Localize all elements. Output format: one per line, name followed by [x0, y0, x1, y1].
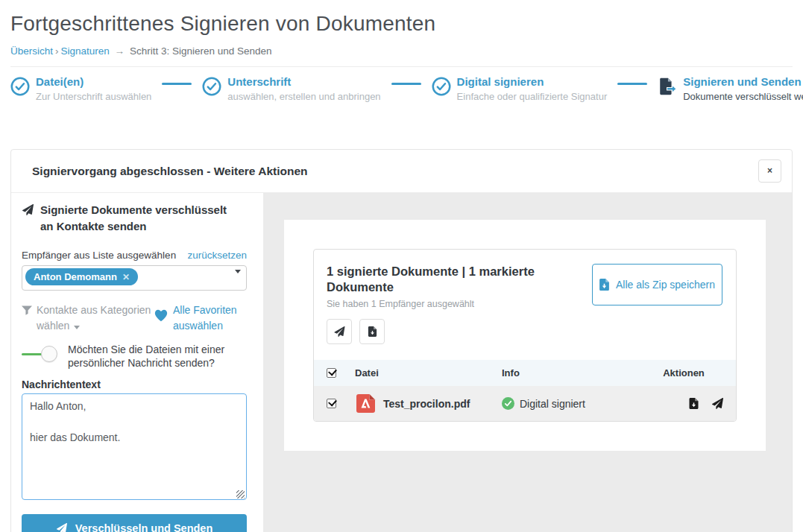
- step-connector: [162, 83, 192, 85]
- message-textarea[interactable]: Hallo Anton, hier das Dokument.: [22, 393, 247, 500]
- panel-header: Signiervorgang abgeschlossen - Weitere A…: [11, 150, 792, 193]
- sidebar-heading-text: Signierte Dokumente verschlüsselt an Kon…: [40, 202, 238, 235]
- column-header-info: Info: [502, 367, 639, 379]
- recipient-label: Empfänger aus Liste ausgewählen: [22, 250, 176, 261]
- remove-tag-icon[interactable]: ✕: [122, 272, 130, 282]
- filter-icon: [22, 305, 32, 315]
- send-file-icon[interactable]: [712, 398, 723, 409]
- bulk-action-buttons: [314, 309, 736, 360]
- check-circle-icon: [202, 77, 221, 96]
- file-name[interactable]: Test_procilon.pdf: [383, 398, 470, 410]
- sidebar-heading: Signierte Dokumente verschlüsselt an Kon…: [22, 202, 238, 235]
- step-sublabel: Dokumente verschlüsselt weiterleiten: [683, 91, 803, 102]
- step-sublabel: Zur Unterschrift auswählen: [36, 91, 151, 102]
- encrypt-and-send-button[interactable]: Verschlüsseln und Senden: [22, 514, 247, 532]
- table-header-row: Datei Info Aktionen: [314, 360, 736, 386]
- step-label: Datei(en): [36, 75, 151, 89]
- step-dateien[interactable]: Datei(en) Zur Unterschrift auswählen: [10, 75, 151, 102]
- caret-down-icon: [74, 326, 80, 329]
- documents-box-header: 1 signierte Dokumente | 1 markierte Doku…: [314, 250, 736, 309]
- send-icon: [334, 326, 345, 337]
- recipient-tag-label: Anton Demomann: [34, 271, 117, 282]
- step-connector: [617, 83, 647, 85]
- actions-panel: Signiervorgang abgeschlossen - Weitere A…: [10, 149, 793, 532]
- documents-title: 1 signierte Dokumente | 1 markierte Doku…: [327, 264, 580, 295]
- pdf-file-icon: [355, 393, 377, 414]
- categories-row: Kontakte aus Kategorien wählen Alle Favo…: [22, 303, 247, 334]
- progress-steps: Datei(en) Zur Unterschrift auswählen Unt…: [0, 67, 803, 102]
- recipient-tag: Anton Demomann ✕: [25, 268, 138, 285]
- step-label: Digital signieren: [457, 75, 608, 89]
- heart-icon: [154, 308, 169, 322]
- message-label: Nachrichtentext: [22, 379, 257, 390]
- favorites-label: Alle Favoriten auswählen: [173, 303, 247, 334]
- breadcrumb-link-overview[interactable]: Übersicht: [10, 45, 53, 57]
- select-all-checkbox[interactable]: [327, 368, 336, 378]
- download-selected-button[interactable]: [359, 319, 385, 344]
- step-label: Signieren und Senden: [683, 75, 803, 89]
- toggle-knob[interactable]: [41, 346, 57, 362]
- breadcrumb-separator: ›: [55, 45, 59, 57]
- breadcrumb-current: Schritt 3: Signieren und Senden: [130, 45, 272, 57]
- check-circle-icon: [432, 77, 451, 96]
- file-download-icon: [367, 326, 378, 337]
- file-export-icon: [658, 77, 677, 96]
- save-all-zip-label: Alle als Zip speichern: [616, 279, 715, 291]
- categories-label: Kontakte aus Kategorien wählen: [37, 304, 151, 332]
- select-favorites-link[interactable]: Alle Favoriten auswählen: [154, 303, 247, 334]
- file-download-icon: [599, 279, 609, 291]
- check-circle-icon: [10, 77, 30, 96]
- send-icon: [22, 204, 34, 215]
- advanced-signing-page: Fortgeschrittenes Signieren von Dokument…: [0, 0, 803, 532]
- send-sidebar: Signierte Dokumente verschlüsselt an Kon…: [11, 193, 263, 532]
- file-status: Digital signiert: [520, 398, 585, 410]
- encrypt-and-send-label: Verschlüsseln und Senden: [75, 522, 213, 532]
- close-icon[interactable]: ×: [758, 159, 781, 183]
- documents-box: 1 signierte Dokumente | 1 markierte Doku…: [313, 249, 737, 422]
- documents-card: 1 signierte Dokumente | 1 markierte Doku…: [284, 220, 766, 451]
- column-header-datei: Datei: [355, 367, 502, 379]
- breadcrumb-link-signatures[interactable]: Signaturen: [61, 45, 110, 57]
- message-toggle[interactable]: [22, 346, 57, 362]
- download-file-icon[interactable]: [688, 398, 699, 409]
- signed-check-icon: [502, 397, 514, 410]
- table-row: Test_procilon.pdf Digital signiert: [314, 386, 736, 421]
- step-sublabel: Einfache oder qualifizierte Signatur: [457, 91, 608, 102]
- step-signieren-und-senden[interactable]: Signieren und Senden Dokumente verschlüs…: [658, 75, 803, 102]
- save-all-zip-button[interactable]: Alle als Zip speichern: [592, 264, 722, 305]
- page-title: Fortgeschrittenes Signieren von Dokument…: [10, 12, 793, 36]
- panel-body: Signierte Dokumente verschlüsselt an Kon…: [11, 193, 792, 532]
- send-selected-button[interactable]: [327, 319, 352, 344]
- row-checkbox[interactable]: [327, 399, 336, 408]
- step-sublabel: auswählen, erstellen und anbringen: [227, 91, 380, 102]
- main-area: 1 signierte Dokumente | 1 markierte Doku…: [263, 193, 792, 532]
- step-digital-signieren[interactable]: Digital signieren Einfache oder qualifiz…: [432, 75, 608, 102]
- page-header: Fortgeschrittenes Signieren von Dokument…: [0, 0, 803, 67]
- recipient-select[interactable]: Anton Demomann ✕: [22, 265, 247, 291]
- documents-subtitle: Sie haben 1 Empfänger ausgewählt: [327, 299, 580, 309]
- step-unterschrift[interactable]: Unterschrift auswählen, erstellen und an…: [202, 75, 380, 102]
- panel-title: Signiervorgang abgeschlossen - Weitere A…: [22, 165, 308, 178]
- reset-link[interactable]: zurücksetzen: [187, 250, 247, 261]
- breadcrumb: Übersicht›Signaturen → Schritt 3: Signie…: [10, 45, 793, 57]
- recipient-row: Empfänger aus Liste ausgewählen zurückse…: [22, 250, 247, 261]
- breadcrumb-arrow: →: [115, 45, 125, 57]
- toggle-label: Möchten Sie die Dateien mit einer persön…: [68, 343, 247, 370]
- categories-dropdown[interactable]: Kontakte aus Kategorien wählen: [22, 303, 154, 334]
- send-icon: [56, 523, 68, 532]
- step-connector: [391, 83, 421, 85]
- column-header-aktionen: Aktionen: [639, 367, 736, 379]
- personal-message-toggle-row: Möchten Sie die Dateien mit einer persön…: [22, 343, 253, 370]
- step-label: Unterschrift: [227, 75, 380, 89]
- caret-down-icon: [235, 270, 241, 273]
